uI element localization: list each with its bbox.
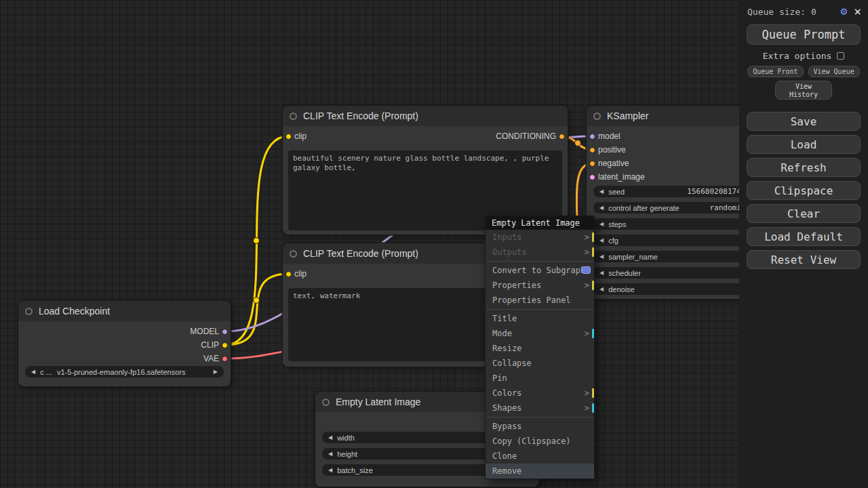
menu-item-inputs[interactable]: Inputs > — [486, 230, 594, 245]
settings-gear-icon[interactable]: ⚙ — [841, 6, 848, 17]
vae-output-label: VAE — [203, 354, 219, 363]
model-input-port[interactable] — [589, 134, 595, 140]
menu-item-label: Title — [492, 314, 517, 323]
submenu-arrow-icon: > — [585, 326, 589, 341]
node-title-bar[interactable]: Load Checkpoint — [18, 301, 231, 321]
ckpt-name-widget[interactable]: ◀ c ... v1-5-pruned-emaonly-fp16.safeten… — [25, 366, 224, 378]
node-ksampler[interactable]: KSampler model positive negative latent_… — [587, 106, 763, 299]
menu-item-shapes[interactable]: Shapes > — [486, 401, 594, 415]
widget-name: height — [337, 450, 357, 458]
node-load-checkpoint[interactable]: Load Checkpoint MODEL CLIP VAE ◀ c ... v… — [18, 301, 231, 386]
submenu-arrow-icon: > — [585, 245, 589, 260]
node-title-bar[interactable]: CLIP Text Encode (Prompt) — [283, 106, 568, 126]
previous-arrow-icon[interactable]: ◀ — [31, 369, 35, 375]
submenu-arrow-icon: > — [585, 230, 589, 245]
cfg-widget[interactable]: ◀ cfg — [593, 235, 756, 246]
save-button[interactable]: Save — [747, 112, 861, 131]
queue-front-button[interactable]: Queue Front — [747, 66, 803, 77]
latent-image-input-port[interactable] — [589, 174, 595, 180]
menu-item-properties[interactable]: Properties > — [486, 278, 594, 293]
vae-output-port[interactable] — [222, 356, 228, 362]
clear-button[interactable]: Clear — [747, 204, 861, 223]
menu-item-mode[interactable]: Mode > — [486, 326, 594, 341]
decrement-arrow-icon[interactable]: ◀ — [328, 435, 332, 441]
menu-item-resize[interactable]: Resize — [486, 341, 594, 356]
menu-item-properties-panel[interactable]: Properties Panel — [486, 293, 594, 308]
collapse-dot-icon[interactable] — [290, 250, 297, 258]
denoise-widget[interactable]: ◀ denoise — [593, 283, 756, 295]
menu-item-title[interactable]: Title — [486, 311, 594, 326]
clip-input-port[interactable] — [285, 134, 292, 140]
decrement-arrow-icon[interactable]: ◀ — [328, 451, 332, 457]
decrement-arrow-icon[interactable]: ◀ — [599, 254, 604, 260]
scheduler-widget[interactable]: ◀ scheduler — [593, 267, 756, 279]
submenu-accent — [592, 403, 594, 413]
decrement-arrow-icon[interactable]: ◀ — [599, 189, 604, 195]
submenu-arrow-icon: > — [585, 401, 589, 415]
clip-output-port[interactable] — [222, 342, 228, 348]
load-default-button[interactable]: Load Default — [747, 227, 861, 246]
menu-item-clone[interactable]: Clone — [486, 449, 594, 464]
menu-item-colors[interactable]: Colors > — [486, 386, 594, 401]
widget-name: scheduler — [608, 269, 641, 277]
view-queue-button[interactable]: View Queue — [808, 66, 860, 77]
decrement-arrow-icon[interactable]: ◀ — [599, 238, 604, 243]
decrement-arrow-icon[interactable]: ◀ — [599, 270, 604, 276]
menu-item-label: Collapse — [492, 359, 532, 368]
steps-widget[interactable]: ◀ steps — [593, 218, 756, 230]
collapse-dot-icon[interactable] — [322, 399, 330, 406]
widget-name: batch_size — [337, 466, 373, 474]
menu-item-remove[interactable]: Remove — [486, 464, 594, 479]
decrement-arrow-icon[interactable]: ◀ — [328, 468, 332, 473]
decrement-arrow-icon[interactable]: ◀ — [599, 287, 604, 292]
node-title-bar[interactable]: KSampler — [587, 106, 763, 126]
widget-name: seed — [608, 188, 625, 196]
next-arrow-icon[interactable]: ▶ — [214, 369, 218, 375]
menu-item-collapse[interactable]: Collapse — [486, 356, 594, 371]
widget-name: cfg — [608, 237, 618, 245]
menu-item-label: Properties Panel — [492, 296, 571, 305]
widget-name: steps — [608, 220, 626, 228]
node-context-menu: Empty Latent Image Inputs > Outputs > Co… — [485, 216, 595, 479]
refresh-button[interactable]: Refresh — [747, 158, 861, 177]
clipspace-button[interactable]: Clipspace — [747, 181, 861, 200]
subgraph-badge-icon — [582, 266, 591, 274]
clip-output-label: CLIP — [201, 340, 219, 350]
reset-view-button[interactable]: Reset View — [747, 250, 861, 269]
queue-prompt-button[interactable]: Queue Prompt — [747, 24, 861, 45]
submenu-accent — [592, 281, 594, 290]
menu-separator — [486, 261, 593, 262]
extra-options-checkbox[interactable] — [837, 52, 844, 60]
node-graph-canvas[interactable]: CLIP Text Encode (Prompt) clip CONDITION… — [0, 0, 868, 488]
conditioning-output-port[interactable] — [559, 134, 565, 140]
submenu-arrow-icon: > — [585, 278, 589, 293]
node-title: CLIP Text Encode (Prompt) — [303, 110, 418, 121]
model-output-port[interactable] — [222, 329, 228, 335]
control-after-generate-widget[interactable]: ◀ control after generate randomize — [593, 202, 756, 214]
close-icon[interactable]: × — [854, 5, 861, 18]
menu-item-outputs[interactable]: Outputs > — [486, 245, 594, 260]
sampler-name-widget[interactable]: ◀ sampler_name — [593, 251, 756, 262]
menu-item-convert-to-subgraph[interactable]: Convert to Subgraph — [486, 263, 594, 278]
seed-widget[interactable]: ◀ seed 15668020817478 — [593, 186, 756, 197]
decrement-arrow-icon[interactable]: ◀ — [599, 205, 604, 211]
menu-item-pin[interactable]: Pin — [486, 371, 594, 386]
view-history-button[interactable]: View History — [775, 81, 832, 100]
positive-input-port[interactable] — [589, 147, 595, 153]
load-button[interactable]: Load — [747, 135, 861, 154]
clip-input-port[interactable] — [285, 271, 292, 277]
menu-item-label: Pin — [492, 373, 507, 383]
collapse-dot-icon[interactable] — [290, 113, 297, 120]
menu-item-copy-clipspace[interactable]: Copy (Clipspace) — [486, 434, 594, 449]
negative-input-port[interactable] — [589, 161, 595, 167]
menu-item-label: Resize — [492, 344, 521, 353]
collapse-dot-icon[interactable] — [593, 113, 601, 120]
menu-item-bypass[interactable]: Bypass — [486, 419, 594, 434]
clip-input-label: clip — [294, 131, 307, 141]
menu-item-label: Inputs — [492, 232, 521, 242]
node-title: KSampler — [607, 110, 648, 121]
context-menu-title: Empty Latent Image — [486, 216, 594, 230]
decrement-arrow-icon[interactable]: ◀ — [599, 222, 604, 227]
collapse-dot-icon[interactable] — [25, 308, 33, 315]
negative-input-label: negative — [598, 159, 629, 168]
